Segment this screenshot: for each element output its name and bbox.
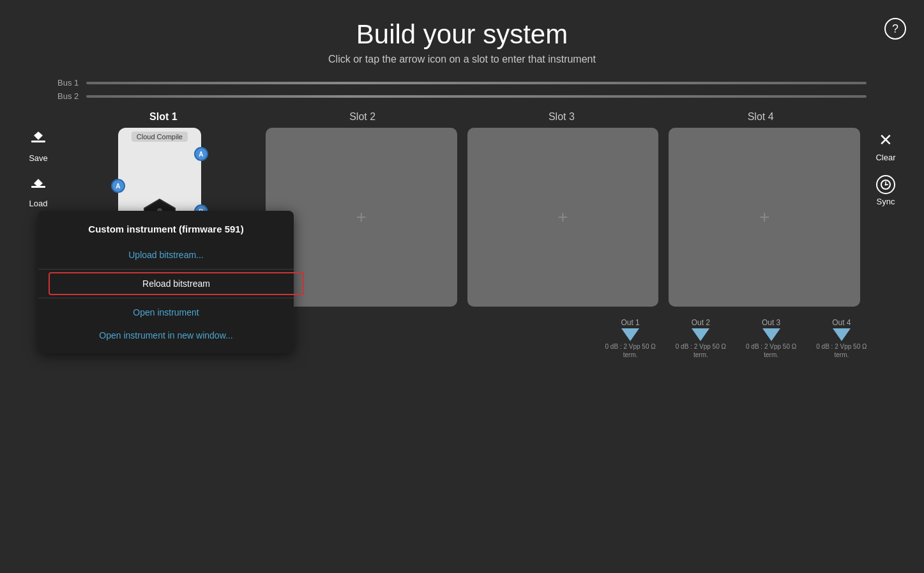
reload-bitstream-button[interactable]: Reload bitstream [49,272,304,295]
clear-button[interactable]: ✕ Clear [875,130,895,162]
svg-rect-0 [31,141,45,142]
context-menu: Custom instrument (firmware 591) Upload … [38,211,294,353]
out3-arrow[interactable] [762,328,780,341]
header: Build your system Click or tap the arrow… [0,0,924,72]
load-icon [30,176,47,196]
sync-icon [876,175,895,194]
io-out4: Out 4 0 dB : 2 Vpp 50 Ω term. [810,318,873,359]
slot-3-label: Slot 3 [462,111,662,123]
io-out2: Out 2 0 dB : 2 Vpp 50 Ω term. [669,318,732,359]
context-menu-title: Custom instrument (firmware 591) [38,224,294,234]
open-in-new-window-button[interactable]: Open instrument in new window... [38,324,294,347]
slot-4-plus-icon: + [759,207,769,227]
slot-34-io: Out 1 0 dB : 2 Vpp 50 Ω term. Out 2 0 dB… [599,318,873,359]
slot-2-label: Slot 2 [263,111,462,123]
cloud-compile-label: Cloud Compile [132,132,188,142]
bus-2-line [86,95,867,98]
load-label: Load [29,199,48,208]
connector-a-right[interactable]: A [194,147,208,161]
bus-2-label: Bus 2 [57,91,86,101]
slot-1-label: Slot 1 [64,111,263,123]
out4-spec: 0 dB : 2 Vpp 50 Ω term. [810,342,873,359]
slot-2-io [325,318,599,359]
slot-4-card[interactable]: + [669,128,860,307]
out2-label: Out 2 [692,318,710,327]
divider-1 [38,269,294,270]
sync-label: Sync [877,197,895,206]
out1-spec: 0 dB : 2 Vpp 50 Ω term. [599,342,662,359]
out4-label: Out 4 [832,318,851,327]
sync-button[interactable]: Sync [876,175,895,206]
slot-2-plus-icon: + [356,207,366,227]
divider-2 [38,298,294,298]
out3-spec: 0 dB : 2 Vpp 50 Ω term. [740,342,803,359]
slot-labels: Slot 1 Slot 2 Slot 3 Slot 4 [64,111,860,123]
page-title: Build your system [0,19,924,50]
out2-spec: 0 dB : 2 Vpp 50 Ω term. [669,342,732,359]
save-icon [30,130,47,151]
out1-arrow[interactable] [621,328,639,341]
save-label: Save [29,153,48,163]
open-instrument-button[interactable]: Open instrument [38,301,294,324]
slot-3-plus-icon: + [557,207,568,227]
io-out3: Out 3 0 dB : 2 Vpp 50 Ω term. [740,318,803,359]
buses-container: Bus 1 Bus 2 [0,78,924,101]
bus-1-label: Bus 1 [57,78,86,88]
save-button[interactable]: Save [29,130,48,163]
right-actions: ✕ Clear Sync [860,111,911,307]
clear-icon: ✕ [879,130,893,150]
slot-3-card[interactable]: + [467,128,659,307]
out2-arrow[interactable] [692,328,709,341]
load-button[interactable]: Load [29,176,48,208]
io-out1: Out 1 0 dB : 2 Vpp 50 Ω term. [599,318,662,359]
out3-label: Out 3 [762,318,780,327]
page-subtitle: Click or tap the arrow icon on a slot to… [0,54,924,65]
upload-bitstream-button[interactable]: Upload bitstream... [38,243,294,266]
out1-label: Out 1 [621,318,639,327]
slot-4-label: Slot 4 [661,111,860,123]
clear-label: Clear [875,153,895,162]
bus-1-line [86,82,867,84]
connector-a-left[interactable]: A [111,179,125,193]
help-button[interactable]: ? [884,18,906,40]
svg-point-12 [885,184,887,186]
bus-row-2: Bus 2 [57,91,867,101]
bus-row-1: Bus 1 [57,78,867,88]
svg-marker-1 [34,132,43,140]
out4-arrow[interactable] [833,328,851,341]
